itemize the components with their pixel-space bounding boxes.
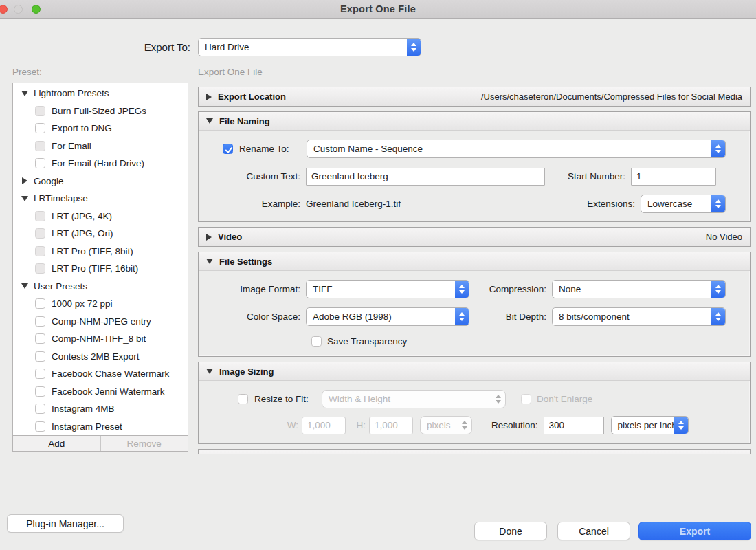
window-title: Export One File — [340, 3, 416, 14]
preset-item-lrt-pro-tiff-16bit[interactable]: LRT Pro (TIFF, 16bit) — [13, 260, 188, 278]
image-format-label: Image Format: — [199, 284, 306, 294]
rename-to-checkbox[interactable] — [223, 144, 233, 154]
preset-group-google[interactable]: Google — [13, 173, 188, 190]
resize-to-fit-label: Resize to Fit: — [254, 394, 322, 404]
export-to-value: Hard Drive — [199, 38, 407, 56]
disclosure-open-icon[interactable] — [206, 368, 213, 374]
section-partial-next — [198, 449, 751, 454]
preset-checkbox[interactable] — [35, 368, 45, 379]
dont-enlarge-label: Don't Enlarge — [537, 394, 592, 404]
preset-item-label: LRT Pro (TIFF, 16bit) — [52, 263, 138, 274]
bit-depth-select[interactable]: 8 bits/component — [552, 307, 726, 326]
dont-enlarge-checkbox — [521, 394, 531, 404]
disclosure-open-icon[interactable] — [21, 196, 28, 201]
preset-checkbox[interactable] — [35, 404, 45, 414]
preset-group-lrtimelapse[interactable]: LRTimelapse — [13, 190, 188, 208]
preset-group-label: Lightroom Presets — [34, 88, 109, 98]
preset-checkbox[interactable] — [35, 386, 45, 397]
save-transparency-row: Save Transparency — [199, 334, 750, 348]
color-space-select[interactable]: Adobe RGB (1998) — [306, 307, 469, 326]
preset-item-burn-full-sized-jpegs[interactable]: Burn Full-Sized JPEGs — [13, 102, 188, 120]
extensions-select[interactable]: Lowercase — [641, 195, 726, 213]
example-value: Greenland Iceberg-1.tif — [306, 199, 401, 209]
resize-to-fit-checkbox[interactable] — [238, 394, 248, 404]
preset-item-lrt-jpg-4k[interactable]: LRT (JPG, 4K) — [13, 208, 188, 226]
preset-checkbox[interactable] — [35, 351, 45, 362]
image-format-select[interactable]: TIFF — [306, 280, 469, 298]
section-export-location: Export Location /Users/chaseteron/Docume… — [198, 87, 751, 107]
export-to-select[interactable]: Hard Drive — [198, 38, 421, 56]
add-preset-button[interactable]: Add — [13, 436, 101, 451]
save-transparency-checkbox[interactable] — [311, 336, 322, 346]
export-location-header[interactable]: Export Location /Users/chaseteron/Docume… — [199, 87, 750, 106]
preset-checkbox[interactable] — [35, 316, 45, 327]
export-button[interactable]: Export — [638, 522, 751, 540]
custom-text-label: Custom Text: — [199, 171, 306, 182]
preset-item-instagram-preset[interactable]: Instagram Preset — [13, 418, 188, 436]
preset-checkbox[interactable] — [35, 421, 45, 432]
preset-item-facebook-jenni-watermark[interactable]: Facebook Jenni Watermark — [13, 383, 188, 401]
preset-checkbox[interactable] — [35, 246, 45, 256]
example-row: Example: Greenland Iceberg-1.tif Extensi… — [199, 195, 750, 212]
preset-item-lrt-pro-tiff-8bit[interactable]: LRT Pro (TIFF, 8bit) — [13, 243, 188, 261]
zoom-button[interactable] — [32, 5, 41, 14]
rename-to-select[interactable]: Custom Name - Sequence — [307, 140, 726, 158]
custom-text-row: Custom Text: Start Number: — [199, 167, 750, 186]
preset-checkbox[interactable] — [35, 333, 45, 344]
dimension-unit-value: pixels — [421, 417, 458, 434]
disclosure-open-icon[interactable] — [21, 91, 28, 96]
section-title: File Settings — [219, 256, 272, 267]
file-settings-header[interactable]: File Settings — [199, 252, 750, 271]
preset-group-user-presets[interactable]: User Presets — [13, 278, 188, 296]
close-button[interactable] — [0, 5, 8, 14]
disclosure-closed-icon[interactable] — [206, 234, 212, 241]
image-format-row: Image Format: TIFF Compression: None — [199, 280, 750, 298]
preset-item-comp-nhm-jpeg-entry[interactable]: Comp-NHM-JPEG entry — [13, 313, 188, 331]
done-button[interactable]: Done — [474, 522, 547, 540]
custom-text-input[interactable] — [306, 168, 545, 186]
preset-checkbox[interactable] — [35, 123, 45, 133]
preset-item-comp-nhm-tiff-8bit[interactable]: Comp-NHM-TIFF_8 bit — [13, 330, 188, 348]
file-naming-header[interactable]: File Naming — [199, 112, 750, 131]
image-sizing-header[interactable]: Image Sizing — [199, 362, 750, 381]
preset-item-lrt-jpg-ori[interactable]: LRT (JPG, Ori) — [13, 225, 188, 243]
preset-checkbox[interactable] — [35, 263, 45, 274]
disclosure-closed-icon[interactable] — [21, 177, 28, 184]
section-title: Image Sizing — [219, 366, 274, 377]
plugin-manager-button[interactable]: Plug-in Manager... — [7, 514, 124, 533]
disclosure-open-icon[interactable] — [206, 118, 213, 124]
export-to-label: Export To: — [0, 41, 190, 53]
height-label: H: — [353, 420, 369, 430]
resize-mode-select: Width & Height — [322, 390, 506, 408]
disclosure-open-icon[interactable] — [206, 258, 213, 264]
disclosure-open-icon[interactable] — [21, 283, 28, 289]
preset-item-label: LRT Pro (TIFF, 8bit) — [52, 246, 133, 256]
color-space-label: Color Space: — [199, 311, 306, 322]
preset-item-instagram-4mb[interactable]: Instagram 4MB — [13, 400, 188, 418]
compression-select[interactable]: None — [552, 280, 726, 298]
video-header[interactable]: Video No Video — [199, 228, 750, 246]
cancel-button[interactable]: Cancel — [557, 522, 630, 540]
preset-group-lightroom-presets[interactable]: Lightroom Presets — [13, 85, 188, 102]
title-bar: Export One File — [0, 0, 756, 19]
preset-item-export-to-dng[interactable]: Export to DNG — [13, 120, 188, 138]
preset-checkbox[interactable] — [35, 211, 45, 221]
resolution-unit-select[interactable]: pixels per inch — [611, 416, 689, 434]
preset-item-1000px-72ppi[interactable]: 1000 px 72 ppi — [13, 295, 188, 313]
preset-item-for-email[interactable]: For Email — [13, 138, 188, 155]
preset-checkbox[interactable] — [35, 298, 45, 309]
preset-checkbox[interactable] — [35, 228, 45, 239]
preset-checkbox[interactable] — [35, 158, 45, 168]
preset-checkbox[interactable] — [35, 106, 45, 116]
export-dialog: Export One File Export To: Hard Drive Pr… — [0, 0, 756, 550]
preset-item-contests-2mb-export[interactable]: Contests 2MB Export — [13, 348, 188, 366]
preset-checkbox[interactable] — [35, 141, 45, 151]
section-image-sizing: Image Sizing Resize to Fit: Width & Heig… — [198, 362, 751, 444]
partial-section-header[interactable] — [199, 450, 750, 454]
dimension-unit-select: pixels — [420, 416, 472, 434]
preset-item-for-email-hard-drive[interactable]: For Email (Hard Drive) — [13, 155, 188, 173]
preset-item-facebook-chase-watermark[interactable]: Facebook Chase Watermark — [13, 365, 188, 383]
resolution-input[interactable] — [544, 417, 604, 434]
disclosure-closed-icon[interactable] — [206, 94, 212, 100]
start-number-input[interactable] — [631, 168, 716, 186]
